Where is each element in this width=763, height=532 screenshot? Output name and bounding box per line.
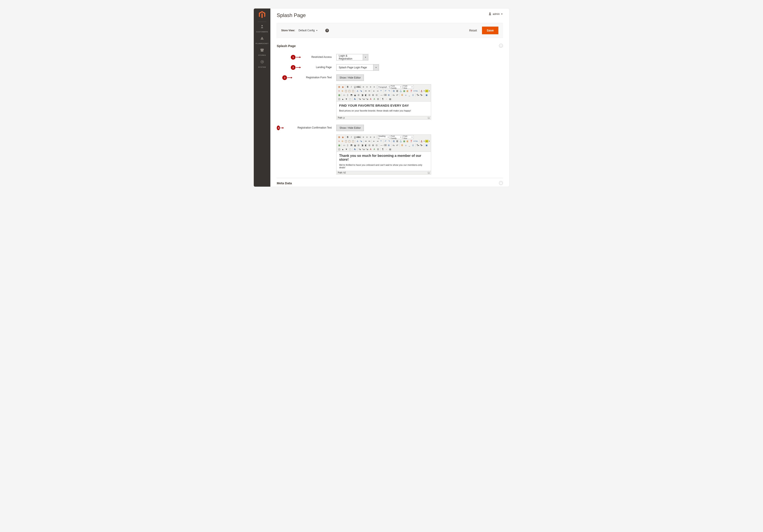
copy-icon[interactable]: ⧉	[341, 139, 344, 143]
outdent-icon[interactable]: ⇤	[372, 139, 376, 143]
abbr-icon[interactable]: ᴬ.ʙ	[362, 97, 365, 101]
align-right-icon[interactable]: ≡	[369, 135, 372, 139]
resize-handle-icon[interactable]	[427, 117, 430, 119]
find-icon[interactable]: Ạ	[356, 139, 359, 143]
emoticons-icon[interactable]: ☺	[404, 93, 407, 97]
blockquote-icon[interactable]: ❝	[380, 139, 382, 143]
help-icon[interactable]: ?	[325, 29, 329, 32]
align-center-icon[interactable]: ≡	[365, 85, 369, 89]
restricted-access-select[interactable]: Login & Registration ▼	[336, 54, 368, 60]
unlink-icon[interactable]: ⛓̸	[396, 89, 399, 93]
print-icon[interactable]: ⎙	[411, 93, 415, 97]
sidebar-item-plumrocket[interactable]: PLUMROCKET	[254, 35, 271, 46]
section-header-meta[interactable]: Meta Data ﹀	[277, 178, 503, 187]
bullet-list-icon[interactable]: ≔	[364, 89, 368, 93]
italic-icon[interactable]: I	[350, 135, 353, 139]
editor-content-area[interactable]: Thank you so much for becoming a member …	[337, 152, 431, 171]
editor-content-area[interactable]: FIND YOUR FAVORITE BRANDS EVERY DAY Best…	[337, 102, 431, 116]
superscript-icon[interactable]: x²	[395, 93, 399, 97]
visualchars-icon[interactable]: ¶	[381, 147, 384, 151]
user-menu[interactable]: admin ▼	[489, 12, 503, 16]
html-source-icon[interactable]: HTML	[413, 139, 418, 143]
cell-props-icon[interactable]: ▯	[346, 143, 349, 147]
color-caret-icon[interactable]: ▼	[423, 140, 425, 142]
magento-widget-icon[interactable]: ⊞	[337, 135, 341, 139]
insert-row-before-icon[interactable]: ⬒	[350, 93, 353, 97]
save-button[interactable]: Save	[482, 27, 498, 34]
color-caret-icon[interactable]: ▼	[429, 90, 430, 92]
collapse-down-icon[interactable]: ﹀	[499, 181, 503, 185]
collapse-up-icon[interactable]: ︿	[499, 44, 503, 48]
superscript-icon[interactable]: x²	[395, 143, 399, 147]
image-icon[interactable]: ▦	[402, 139, 406, 143]
ltr-icon[interactable]: ¶◂	[416, 143, 420, 147]
align-justify-icon[interactable]: ≡	[373, 85, 376, 89]
redo-icon[interactable]: ↷	[387, 139, 391, 143]
reset-button[interactable]: Reset	[469, 29, 477, 32]
attribs-icon[interactable]: ☰	[376, 147, 380, 151]
help-icon[interactable]: ❓	[410, 89, 413, 93]
rtl-icon[interactable]: ¶▸	[420, 143, 423, 147]
nbsp-icon[interactable]: ▫	[385, 97, 388, 101]
layer-back-icon[interactable]: ▼	[345, 147, 348, 151]
toggle-editor-button[interactable]: Show / Hide Editor	[336, 74, 364, 81]
rtl-icon[interactable]: ¶▸	[420, 93, 423, 97]
replace-icon[interactable]: ᴬʙ	[359, 89, 363, 93]
subscript-icon[interactable]: x₂	[392, 93, 395, 97]
help-icon[interactable]: ❓	[410, 139, 413, 143]
underline-icon[interactable]: U	[353, 135, 357, 139]
bold-icon[interactable]: B	[346, 135, 349, 139]
sidebar-item-stores[interactable]: STORES	[254, 46, 271, 58]
redo-icon[interactable]: ↷	[387, 89, 391, 93]
split-cells-icon[interactable]: ⊞	[371, 93, 375, 97]
text-color-icon[interactable]: A	[420, 89, 423, 93]
indent-icon[interactable]: ⇥	[376, 89, 379, 93]
insert-col-after-icon[interactable]: ◧	[364, 143, 368, 147]
anchor-icon[interactable]: ⚓	[399, 89, 402, 93]
font-size-select[interactable]: Font Size▼	[402, 135, 414, 139]
copy-icon[interactable]: ⧉	[341, 89, 344, 93]
ins-icon[interactable]: A	[373, 97, 376, 101]
print-icon[interactable]: ⎙	[411, 143, 415, 147]
insert-row-after-icon[interactable]: ⬓	[353, 143, 357, 147]
layer-icon[interactable]: ◫	[337, 97, 341, 101]
html-source-icon[interactable]: HTML	[413, 89, 418, 93]
del-icon[interactable]: A	[369, 97, 372, 101]
delete-col-icon[interactable]: ⊟	[368, 143, 371, 147]
color-caret-icon[interactable]: ▼	[423, 90, 425, 92]
image-icon[interactable]: ▦	[402, 89, 406, 93]
delete-row-icon[interactable]: ⊟	[357, 93, 360, 97]
delete-col-icon[interactable]: ⊟	[368, 93, 371, 97]
styleprops-icon[interactable]: Aᵢ	[353, 97, 357, 101]
sidebar-item-system[interactable]: SYSTEM	[254, 58, 271, 70]
subscript-icon[interactable]: x₂	[392, 143, 395, 147]
text-color-icon[interactable]: A	[420, 139, 423, 143]
undo-icon[interactable]: ↶	[384, 89, 387, 93]
template-icon[interactable]: ▤	[388, 97, 392, 101]
bg-color-icon[interactable]: ab	[425, 140, 428, 142]
format-select[interactable]: Paragraph▼	[378, 85, 390, 89]
visual-aid-icon[interactable]: ⊞	[387, 93, 390, 97]
replace-icon[interactable]: ᴬʙ	[359, 139, 363, 143]
visual-aid-icon[interactable]: ⊞	[387, 143, 390, 147]
font-size-select[interactable]: Font Size▼	[402, 85, 414, 89]
format-select[interactable]: Heading 2▼	[378, 135, 390, 139]
blockquote-icon[interactable]: ❝	[380, 89, 382, 93]
attribs-icon[interactable]: ☰	[376, 97, 380, 101]
emoticons-icon[interactable]: ☺	[404, 143, 407, 147]
fullscreen-icon[interactable]: ▣	[425, 143, 428, 147]
styleprops-icon[interactable]: Aᵢ	[353, 147, 357, 151]
bold-icon[interactable]: B	[346, 85, 349, 89]
merge-cells-icon[interactable]: ⊡	[375, 143, 378, 147]
align-right-icon[interactable]: ≡	[369, 85, 372, 89]
remove-format-icon[interactable]: ⌫	[383, 93, 387, 97]
special-char-icon[interactable]: Ω	[400, 143, 404, 147]
table-icon[interactable]: ▦	[337, 143, 341, 147]
remove-format-icon[interactable]: ⌫	[383, 143, 387, 147]
cell-props-icon[interactable]: ▯	[346, 93, 349, 97]
underline-icon[interactable]: U	[353, 85, 357, 89]
split-cells-icon[interactable]: ⊞	[371, 143, 375, 147]
link-icon[interactable]: ⛓	[392, 89, 395, 93]
paste-word-icon[interactable]: 📋	[351, 89, 355, 93]
anchor-icon[interactable]: ⚓	[399, 139, 402, 143]
